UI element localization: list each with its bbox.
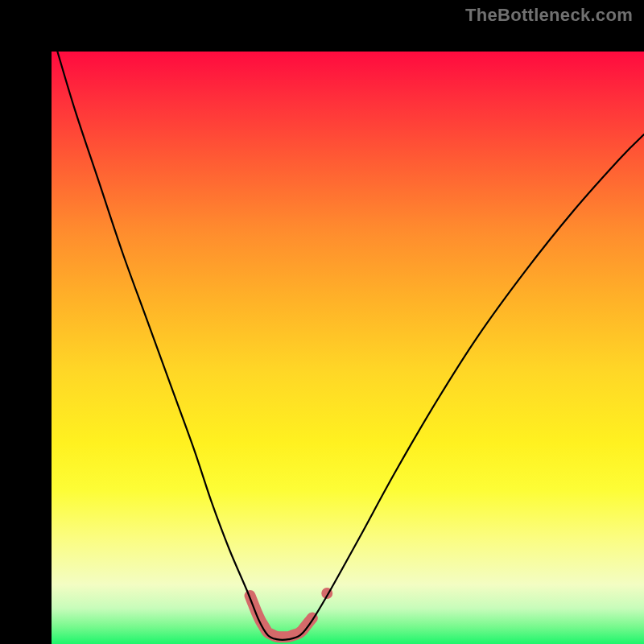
chart-svg (52, 52, 644, 644)
trough-marker-band (250, 596, 312, 637)
bottleneck-curve-line (57, 52, 644, 640)
watermark-text: TheBottleneck.com (465, 5, 633, 26)
chart-frame (0, 0, 644, 644)
